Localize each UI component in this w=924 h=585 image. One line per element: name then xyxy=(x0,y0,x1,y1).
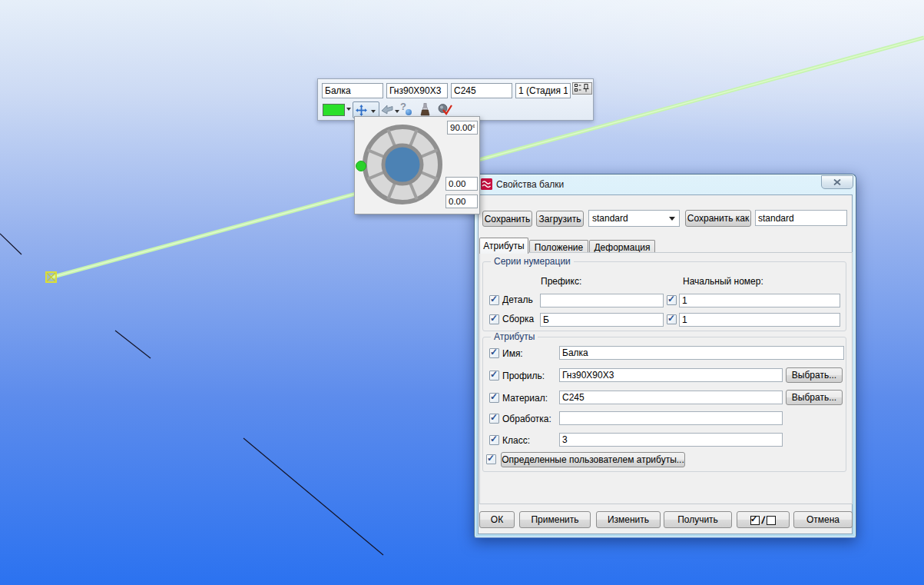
finish-label: Обработка: xyxy=(502,414,551,424)
toolbar-profile-input[interactable] xyxy=(386,83,448,98)
finish-input[interactable] xyxy=(559,411,783,425)
material-input[interactable] xyxy=(559,391,783,404)
toolbar-name-input[interactable] xyxy=(322,83,383,98)
move-dropdown-arrow-icon xyxy=(371,110,376,113)
rotation-offset-y-input[interactable] xyxy=(445,194,478,208)
numbering-legend: Серии нумерации xyxy=(491,256,574,267)
dialog-titlebar[interactable]: Свойства балки xyxy=(475,175,856,194)
toggle-slash: / xyxy=(760,514,766,526)
lift-dropdown-arrow-icon[interactable] xyxy=(395,110,399,113)
part-prefix-input[interactable] xyxy=(540,294,664,307)
properties-pin-icon xyxy=(575,84,590,92)
beam-properties-dialog: Свойства балки Сохранить Загрузить stand… xyxy=(474,174,856,538)
user-defined-attributes-button[interactable]: Определенные пользователем атрибуты... xyxy=(501,452,685,467)
profile-combo-value: standard xyxy=(592,213,628,224)
save-button[interactable]: Сохранить xyxy=(482,211,532,227)
save-as-button[interactable]: Сохранить как xyxy=(685,210,751,227)
material-select-button[interactable]: Выбрать... xyxy=(786,390,843,405)
uda-checkbox[interactable] xyxy=(486,454,496,464)
get-button[interactable]: Получить xyxy=(664,511,732,528)
prefix-header: Префикс: xyxy=(541,276,581,287)
class-checkbox[interactable] xyxy=(489,435,499,445)
rotation-offset-x-input[interactable] xyxy=(445,177,478,191)
name-checkbox[interactable] xyxy=(489,348,499,358)
rotation-widget xyxy=(354,116,480,214)
start-number-header: Начальный номер: xyxy=(683,276,763,287)
approve-tool-icon[interactable] xyxy=(438,103,452,116)
profile-input[interactable] xyxy=(559,368,783,382)
assembly-prefix-input[interactable] xyxy=(540,313,664,327)
save-as-input[interactable] xyxy=(755,210,847,226)
tab-attributes[interactable]: Атрибуты xyxy=(479,238,528,254)
apply-button[interactable]: Применить xyxy=(519,511,591,528)
profile-select-button[interactable]: Выбрать... xyxy=(786,367,843,383)
part-start-input[interactable] xyxy=(679,294,840,307)
lift-tool-icon[interactable] xyxy=(382,105,393,115)
name-label: Имя: xyxy=(502,348,523,359)
assembly-label: Сборка xyxy=(502,314,534,324)
chevron-down-icon xyxy=(669,217,675,221)
app-logo-icon xyxy=(481,178,492,190)
modify-button[interactable]: Изменить xyxy=(596,511,661,528)
profile-label: Профиль: xyxy=(502,371,545,381)
color-dropdown-arrow-icon[interactable] xyxy=(346,108,351,111)
part-label: Деталь xyxy=(502,294,533,305)
color-swatch[interactable] xyxy=(323,104,345,116)
properties-pin-button[interactable] xyxy=(572,82,592,95)
profile-combo[interactable]: standard xyxy=(588,210,680,227)
assembly-start-input[interactable] xyxy=(679,313,840,327)
part-numbering-checkbox[interactable] xyxy=(489,295,499,305)
name-input[interactable] xyxy=(559,346,844,360)
attributes-legend: Атрибуты xyxy=(491,331,538,342)
load-button[interactable]: Загрузить xyxy=(536,211,584,227)
reference-line-2[interactable] xyxy=(115,331,151,358)
dialog-client-area: Сохранить Загрузить standard Сохранить к… xyxy=(478,194,853,534)
beam-start-handle[interactable] xyxy=(46,272,56,282)
part-start-checkbox[interactable] xyxy=(667,295,677,305)
move-icon xyxy=(356,105,367,116)
toolbar-material-input[interactable] xyxy=(451,83,512,98)
assembly-start-checkbox[interactable] xyxy=(667,314,677,324)
class-input[interactable] xyxy=(559,433,783,447)
profile-checkbox[interactable] xyxy=(489,371,499,381)
close-button[interactable] xyxy=(821,175,853,189)
reference-line-1[interactable] xyxy=(0,234,22,254)
class-label: Класс: xyxy=(502,435,530,446)
checked-box-icon xyxy=(750,516,760,525)
assembly-numbering-checkbox[interactable] xyxy=(489,314,499,324)
rotation-origin-dot[interactable] xyxy=(356,161,366,171)
ok-button[interactable]: ОК xyxy=(479,511,515,528)
reference-line-3[interactable] xyxy=(243,438,383,555)
material-checkbox[interactable] xyxy=(489,393,499,403)
toggle-all-checkboxes-button[interactable]: / xyxy=(737,511,790,528)
unchecked-box-icon xyxy=(767,516,776,525)
material-label: Материал: xyxy=(502,393,548,404)
finish-checkbox[interactable] xyxy=(489,414,499,424)
mini-toolbar: ? xyxy=(317,78,594,121)
rotation-angle-input[interactable] xyxy=(447,121,478,135)
close-icon xyxy=(833,179,841,185)
inquire-tool-icon[interactable]: ? xyxy=(400,102,413,117)
rotation-hub[interactable] xyxy=(383,145,422,184)
toolbar-phase-input[interactable] xyxy=(515,83,571,98)
dialog-title: Свойства балки xyxy=(496,179,564,190)
cancel-button[interactable]: Отмена xyxy=(793,511,853,528)
paintbrush-tool-icon[interactable] xyxy=(419,103,431,116)
